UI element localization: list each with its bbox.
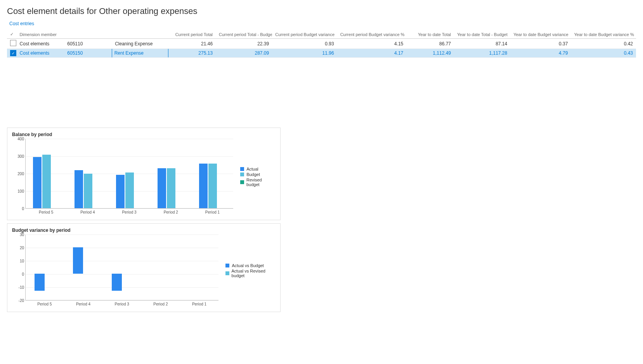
bar (73, 247, 83, 274)
x-tick-label: Period 1 (180, 300, 219, 306)
chart-legend: ActualBudgetRevised budget (233, 166, 276, 188)
y-tick-label: 400 (12, 137, 24, 141)
cost-elements-grid[interactable]: ✓ Dimension member Current period Total … (7, 30, 636, 58)
cell-code: 605110 (64, 39, 112, 49)
cost-entries-link[interactable]: Cost entries (9, 21, 34, 26)
x-tick-label: Period 5 (25, 209, 67, 214)
x-tick-label: Period 4 (64, 300, 103, 306)
y-tick-label: 0 (12, 207, 24, 211)
bar (125, 173, 134, 208)
cell-cp-budget-var-pct: 4.17 (337, 49, 407, 58)
legend-swatch (225, 271, 229, 275)
cell-ytd-budget-var-pct: 0.42 (571, 39, 636, 49)
cell-dim-label: Cost elements (17, 49, 64, 58)
bar (75, 170, 83, 208)
x-tick-label: Period 4 (67, 209, 108, 214)
legend-label: Budget (246, 172, 260, 177)
cell-name[interactable]: Rent Expense (112, 49, 168, 58)
chart-title: Balance by period (12, 132, 276, 137)
chart-legend: Actual vs BudgetActual vs Revised budget (218, 262, 276, 279)
bar (199, 164, 208, 208)
y-tick-label: -10 (12, 285, 24, 290)
y-tick-label: 0 (12, 272, 24, 276)
cell-cp-total: 21.46 (168, 39, 216, 49)
legend-label: Actual vs Budget (232, 263, 264, 268)
col-cp-budget-var-pct[interactable]: Current period Budget variance % (337, 30, 407, 39)
col-ytd-budget-var-pct[interactable]: Year to date Budget variance % (571, 30, 636, 39)
legend-item: Revised budget (240, 178, 276, 187)
col-cp-budget-var[interactable]: Current period Budget variance (272, 30, 337, 39)
y-tick-label: 100 (12, 189, 24, 193)
cell-cp-total: 275.13 (168, 49, 216, 58)
y-tick-label: 30 (12, 233, 24, 237)
table-row[interactable]: ✓Cost elements605150Rent Expense275.1328… (7, 49, 636, 58)
chart-title: Budget variance by period (12, 228, 276, 233)
cell-code: 605150 (64, 49, 112, 58)
row-checkbox[interactable]: ✓ (10, 50, 16, 56)
bar (112, 274, 122, 291)
legend-label: Actual vs Revised budget (232, 269, 276, 278)
bar (33, 157, 42, 208)
cell-cp-budget-var: 11.96 (272, 49, 337, 58)
bar (167, 168, 175, 209)
y-tick-label: 10 (12, 259, 24, 263)
col-cp-total-budget[interactable]: Current period Total - Budget (216, 30, 272, 39)
bar (42, 155, 51, 208)
cell-ytd-total-budget: 87.14 (454, 39, 510, 49)
col-ytd-total[interactable]: Year to date Total (406, 30, 454, 39)
chart-panel: Budget variance by period-20-100102030Pe… (7, 223, 281, 312)
legend-swatch (240, 173, 244, 176)
col-cp-total[interactable]: Current period Total (168, 30, 216, 39)
y-tick-label: 200 (12, 172, 24, 176)
legend-label: Revised budget (246, 178, 276, 187)
x-tick-label: Period 3 (108, 209, 150, 214)
bar (84, 174, 92, 208)
legend-item: Actual vs Budget (225, 263, 276, 268)
legend-swatch (240, 167, 244, 171)
cell-cp-total-budget: 287.09 (216, 49, 272, 58)
cell-ytd-total: 86.77 (406, 39, 454, 49)
cell-dim-label: Cost elements (17, 39, 64, 49)
checkmark-icon: ✓ (10, 32, 14, 36)
legend-swatch (225, 264, 229, 267)
legend-item: Actual vs Revised budget (225, 269, 276, 278)
cell-cp-budget-var: 0.93 (272, 39, 337, 49)
x-tick-label: Period 3 (102, 300, 141, 306)
bar (158, 168, 166, 209)
y-tick-label: 20 (12, 246, 24, 250)
x-tick-label: Period 2 (150, 209, 192, 214)
cell-ytd-total: 1,112.49 (406, 49, 454, 58)
y-tick-label: -20 (12, 298, 24, 303)
legend-label: Actual (246, 167, 258, 171)
cell-cp-budget-var-pct: 4.15 (337, 39, 407, 49)
x-tick-label: Period 2 (141, 300, 180, 306)
y-tick-label: 300 (12, 154, 24, 159)
grid-header-row: ✓ Dimension member Current period Total … (7, 30, 636, 39)
table-row[interactable]: Cost elements605110Cleaning Expense21.46… (7, 39, 636, 49)
cell-cp-total-budget: 22.39 (216, 39, 272, 49)
row-checkbox[interactable] (10, 40, 16, 46)
cell-ytd-total-budget: 1,117.28 (454, 49, 510, 58)
legend-item: Actual (240, 167, 276, 171)
x-tick-label: Period 1 (192, 209, 233, 214)
bar (208, 164, 217, 208)
bar (35, 274, 45, 291)
col-ytd-total-budget[interactable]: Year to date Total - Budget (454, 30, 510, 39)
cell-ytd-budget-var-pct: 0.43 (571, 49, 636, 58)
chart-panel: Balance by period0100200300400Period 5Pe… (7, 128, 281, 220)
col-ytd-budget-var[interactable]: Year to date Budget variance (510, 30, 571, 39)
legend-swatch (240, 180, 244, 184)
cell-ytd-budget-var: 4.79 (510, 49, 571, 58)
legend-item: Budget (240, 172, 276, 177)
cell-name[interactable]: Cleaning Expense (112, 39, 168, 49)
col-dimension-member[interactable]: Dimension member (17, 30, 168, 39)
page-title: Cost element details for Other operating… (7, 6, 636, 16)
x-tick-label: Period 5 (25, 300, 64, 306)
bar (116, 175, 125, 208)
cell-ytd-budget-var: 0.37 (510, 39, 571, 49)
